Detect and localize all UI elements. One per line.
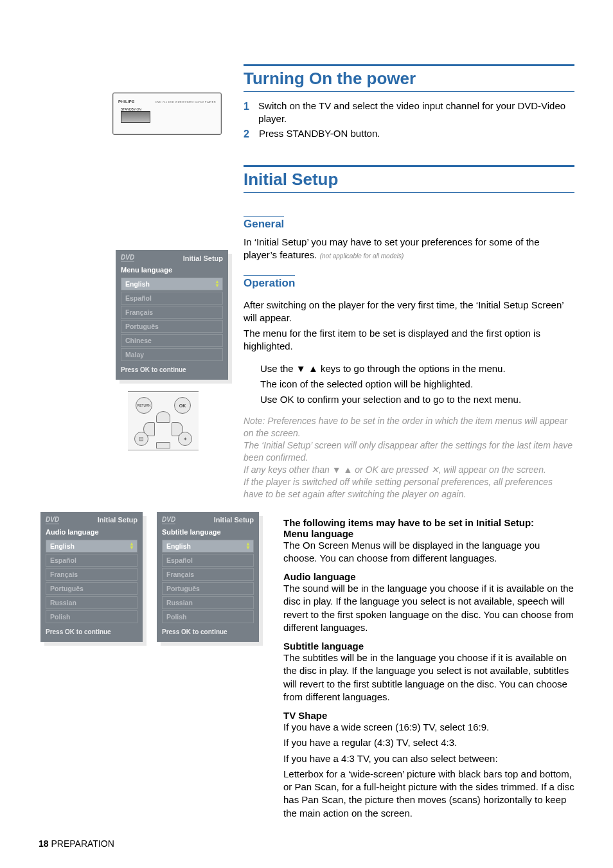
tv-shape-heading: TV Shape [283, 710, 574, 721]
osd-item: Português [121, 320, 223, 333]
dvd-logo: DVD [46, 516, 59, 524]
return-button: RETURN [136, 397, 152, 414]
osd-item: Français [121, 306, 223, 319]
player-model: DVD 711 DVD VIDEO/VIDEO CD/CD PLAYER [155, 100, 216, 103]
osd-item: Russian [162, 596, 254, 609]
step-number: 1 [244, 100, 252, 126]
osd-foot: Press OK to continue [40, 624, 143, 642]
ok-button: OK [174, 397, 191, 414]
tv-shape-p4: Letterbox for a ‘wide-screen’ picture wi… [283, 768, 574, 820]
osd-item: Malay [121, 348, 223, 361]
osd-item: Polish [46, 610, 138, 623]
items-heading: The following items may have to be set i… [283, 517, 574, 528]
menu-lang-heading: Menu language [283, 528, 574, 539]
angle-button: ✦ [178, 432, 192, 446]
osd-foot: Press OK to continue [157, 624, 259, 642]
note: If any keys other than ▼ ▲ or OK are pre… [244, 464, 574, 476]
tv-shape-p2: If you have a regular (4:3) TV, select 4… [283, 736, 574, 749]
osd-item: Chinese [121, 334, 223, 347]
note: Note: Preferences have to be set in the … [244, 415, 574, 439]
menu-lang-text: The On Screen Menus will be displayed in… [283, 539, 574, 565]
arrow-down-icon: ▼ [129, 545, 134, 551]
osd-item: Português [162, 582, 254, 595]
osd-item: English▲▼ [46, 540, 138, 553]
subtitle-button: ⊟ [134, 432, 148, 446]
osd-item: Español [121, 292, 223, 305]
operation-p1: After switching on the player for the ve… [244, 299, 574, 325]
step-number: 2 [244, 127, 253, 141]
osd-item: Português [46, 582, 138, 595]
subhead-general: General [244, 216, 284, 231]
osd-title: Initial Setup [214, 516, 254, 524]
footer-label: PREPARATION [49, 838, 114, 849]
osd-item: Russian [46, 596, 138, 609]
operation-p2: The menu for the first item to be set is… [244, 327, 574, 353]
remote-cluster: RETURN OK ⊟ ✦ [128, 391, 199, 450]
osd-menu-language: DVD Initial Setup Menu language English▲… [116, 250, 228, 380]
operation-bullet: Use OK to confirm your selection and to … [244, 393, 574, 406]
heading-turning-on: Turning On the power [244, 64, 574, 92]
osd-item: English▲▼ [121, 278, 223, 290]
audio-lang-heading: Audio language [283, 571, 574, 582]
osd-sub: Audio language [40, 528, 143, 538]
nav-up-button [156, 411, 170, 423]
player-brand: PHILIPS [118, 100, 134, 103]
step-2: 2 Press STANDBY-ON button. [244, 127, 574, 141]
osd-item: Español [46, 554, 138, 567]
page-number: 18 [39, 838, 49, 849]
osd-sub: Subtitle language [157, 528, 259, 538]
sub-lang-text: The subtitles will be in the language yo… [283, 651, 574, 704]
player-illustration: PHILIPS DVD 711 DVD VIDEO/VIDEO CD/CD PL… [112, 93, 222, 135]
step-text: Press STANDBY-ON button. [259, 127, 380, 141]
osd-item: Français [162, 568, 254, 581]
note: The ‘Initial Setup’ screen will only dis… [244, 439, 574, 464]
sub-lang-heading: Subtitle language [283, 641, 574, 651]
osd-audio-language: DVD Initial Setup Audio language English… [40, 512, 143, 642]
arrow-down-icon: ▼ [245, 545, 251, 551]
general-text: In ‘Initial Setup’ you may have to set y… [244, 236, 574, 262]
operation-bullet: The icon of the selected option will be … [244, 378, 574, 391]
dvd-logo: DVD [121, 254, 134, 262]
note: If the player is switched off while sett… [244, 476, 574, 500]
osd-item: Polish [162, 610, 254, 623]
arrow-down-icon: ▼ [215, 283, 220, 288]
osd-item: English▲▼ [162, 540, 254, 553]
tv-shape-p1: If you have a wide screen (16:9) TV, sel… [283, 721, 574, 734]
osd-title: Initial Setup [98, 516, 138, 524]
heading-initial-setup: Initial Setup [244, 165, 574, 193]
nav-down-button [156, 442, 170, 448]
osd-item: Español [162, 554, 254, 567]
tv-shape-p3: If you have a 4:3 TV, you can also selec… [283, 752, 574, 765]
operation-bullet: Use the ▼ ▲ keys to go through the optio… [244, 362, 574, 375]
step-text: Switch on the TV and select the video in… [258, 100, 574, 126]
step-1: 1 Switch on the TV and select the video … [244, 100, 574, 126]
osd-title: Initial Setup [183, 254, 223, 262]
subhead-operation: Operation [244, 275, 295, 290]
audio-lang-text: The sound will be in the language you ch… [283, 582, 574, 634]
page-footer: 18 PREPARATION [39, 838, 114, 849]
osd-foot: Press OK to continue [116, 362, 228, 380]
osd-sub: Menu language [116, 266, 228, 276]
osd-subtitle-language: DVD Initial Setup Subtitle language Engl… [157, 512, 259, 642]
osd-item: Français [46, 568, 138, 581]
player-display [121, 111, 150, 123]
dvd-logo: DVD [162, 516, 175, 524]
